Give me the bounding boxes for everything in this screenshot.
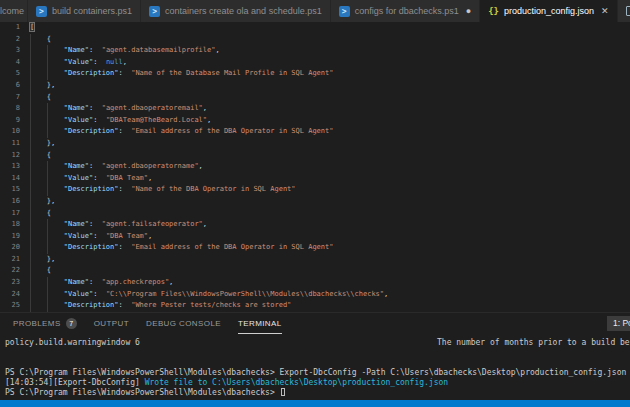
line-number: 1: [0, 22, 20, 34]
code-line-16[interactable]: 16 },: [0, 196, 630, 208]
code-line-10[interactable]: 10 "Description": "Email address of the …: [0, 126, 630, 138]
terminal[interactable]: policy.build.warningwindow 6The number o…: [0, 334, 630, 400]
code-line-3[interactable]: 3 "Name": "agent.databasemailprofile",: [0, 45, 630, 57]
code-line-2[interactable]: 2 {: [0, 34, 630, 46]
code-line-12[interactable]: 12 {: [0, 150, 630, 162]
code-line-4[interactable]: 4 "Value": null,: [0, 57, 630, 69]
indent-guide: [30, 126, 31, 138]
panel-tab-label: TERMINAL: [238, 319, 282, 328]
code-line-25[interactable]: 25 "Description": "Where Pester tests/ch…: [0, 300, 630, 312]
code-line-18[interactable]: 18 "Name": "agent.failsafeoperator",: [0, 219, 630, 231]
code-line-1[interactable]: 1[: [0, 22, 630, 34]
code-text: "Value": "DBA Team",: [30, 231, 152, 243]
powershell-icon: >: [339, 6, 350, 17]
code-text: },: [30, 196, 55, 208]
panel-tab-terminal[interactable]: TERMINAL: [238, 313, 282, 334]
indent-guide: [30, 45, 31, 57]
code-text: {: [30, 34, 51, 46]
panel-tab-bar: PROBLEMS7OUTPUTDEBUG CONSOLETERMINAL1: P…: [0, 312, 630, 334]
line-number: 6: [0, 80, 20, 92]
code-text: "Name": "agent.dbaoperatorname",: [30, 161, 203, 173]
code-line-13[interactable]: 13 "Name": "agent.dbaoperatorname",: [0, 161, 630, 173]
problems-count-badge: 7: [66, 318, 77, 329]
tab-configs-for-dbachecks-ps1[interactable]: >configs for dbachecks.ps1●: [331, 0, 481, 22]
line-number: 13: [0, 161, 20, 173]
code-line-11[interactable]: 11 },: [0, 138, 630, 150]
indent-guide: [30, 254, 31, 266]
code-text: {: [30, 208, 51, 220]
code-text: "Value": "DBATeam@TheBeard.Local",: [30, 115, 211, 127]
indent-guide: [47, 277, 48, 289]
line-number: 23: [0, 277, 20, 289]
terminal-line-4: PS C:\Program Files\WindowsPowerShell\Mo…: [5, 368, 630, 378]
code-text: {: [30, 92, 51, 104]
line-number: 21: [0, 254, 20, 266]
code-line-7[interactable]: 7 {: [0, 92, 630, 104]
line-number: 16: [0, 196, 20, 208]
panel-tab-label: OUTPUT: [94, 319, 129, 328]
tab-label: lcome: [0, 6, 24, 16]
indent-guide: [47, 103, 48, 115]
code-line-20[interactable]: 20 "Description": "Email address of the …: [0, 242, 630, 254]
indent-guide: [47, 45, 48, 57]
code-line-14[interactable]: 14 "Value": "DBA Team",: [0, 173, 630, 185]
indent-guide: [30, 173, 31, 185]
code-line-9[interactable]: 9 "Value": "DBATeam@TheBeard.Local",: [0, 115, 630, 127]
panel-tab-debug-console[interactable]: DEBUG CONSOLE: [146, 313, 221, 334]
file-icon: [626, 6, 630, 16]
vscode-window: lcome>build containers.ps1>containers cr…: [0, 0, 630, 407]
code-line-24[interactable]: 24 "Value": "C:\\Program Files\\WindowsP…: [0, 289, 630, 301]
tab-build-containers-ps1[interactable]: >build containers.ps1: [28, 0, 141, 22]
code-text: "Name": "agent.dbaoperatoremail",: [30, 103, 207, 115]
indent-guide: [30, 231, 31, 243]
indent-guide: [47, 173, 48, 185]
indent-guide: [30, 300, 31, 312]
indent-guide: [47, 184, 48, 196]
line-number: 3: [0, 45, 20, 57]
line-number: 4: [0, 57, 20, 69]
panel-tab-output[interactable]: OUTPUT: [94, 313, 129, 334]
code-line-6[interactable]: 6 },: [0, 80, 630, 92]
indent-guide: [47, 126, 48, 138]
code-text: "Value": "DBA Team",: [30, 173, 152, 185]
indent-guide: [30, 289, 31, 301]
indent-guide: [30, 92, 31, 104]
panel-tab-problems[interactable]: PROBLEMS7: [13, 313, 77, 334]
line-number: 11: [0, 138, 20, 150]
close-icon[interactable]: ✕: [601, 7, 609, 16]
code-line-15[interactable]: 15 "Description": "Name of the DBA Opera…: [0, 184, 630, 196]
line-number: 8: [0, 103, 20, 115]
tab-label: build containers.ps1: [52, 6, 132, 16]
editor-pane[interactable]: 1[2 {3 "Name": "agent.databasemailprofil…: [0, 22, 630, 312]
code-line-22[interactable]: 22 {: [0, 265, 630, 277]
code-line-23[interactable]: 23 "Name": "app.checkrepos",: [0, 277, 630, 289]
line-number: 20: [0, 242, 20, 254]
line-number: 15: [0, 184, 20, 196]
indent-guide: [30, 161, 31, 173]
code-line-19[interactable]: 19 "Value": "DBA Team",: [0, 231, 630, 243]
status-bar: [0, 400, 630, 407]
code-text: "Name": "agent.failsafeoperator",: [30, 219, 207, 231]
modified-dot-icon: ●: [466, 7, 471, 16]
json-braces-icon: {}: [488, 6, 499, 17]
code-line-21[interactable]: 21 },: [0, 254, 630, 266]
terminal-line-2: [5, 348, 630, 358]
line-number: 12: [0, 150, 20, 162]
terminal-picker-dropdown[interactable]: 1: Po: [607, 316, 630, 331]
line-number: 10: [0, 126, 20, 138]
code-line-17[interactable]: 17 {: [0, 208, 630, 220]
line-number: 2: [0, 34, 20, 46]
tab-production-config-json[interactable]: {}production_config.json✕: [480, 0, 617, 22]
indent-guide: [30, 34, 31, 46]
code-text: },: [30, 80, 55, 92]
code-text: {: [30, 265, 51, 277]
tab-lcome[interactable]: lcome: [0, 0, 28, 22]
tab-label: configs for dbachecks.ps1: [355, 6, 459, 16]
code-line-8[interactable]: 8 "Name": "agent.dbaoperatoremail",: [0, 103, 630, 115]
indent-guide: [30, 277, 31, 289]
tab-containers-create-ola-and-schedule-ps1[interactable]: >containers create ola and schedule.ps1: [141, 0, 331, 22]
line-number: 14: [0, 173, 20, 185]
line-number: 19: [0, 231, 20, 243]
code-line-5[interactable]: 5 "Description": "Name of the Database M…: [0, 68, 630, 80]
tab-untitled-4[interactable]: Untitled-4: [618, 0, 630, 22]
